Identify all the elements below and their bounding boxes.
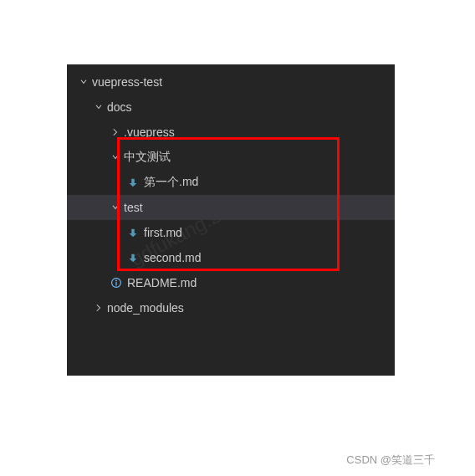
svg-rect-2 bbox=[115, 282, 116, 285]
file-label: README.md bbox=[127, 276, 197, 289]
folder-label: node_modules bbox=[107, 301, 184, 315]
chevron-down-icon bbox=[109, 152, 122, 162]
attribution-text: CSDN @笑道三千 bbox=[346, 453, 435, 468]
folder-label: 中文测试 bbox=[124, 150, 171, 165]
markdown-file-icon bbox=[125, 252, 140, 264]
file-label: second.md bbox=[144, 251, 201, 264]
tree-folder-vuepress[interactable]: .vuepress bbox=[67, 120, 395, 145]
tree-file-second[interactable]: second.md bbox=[67, 245, 395, 270]
tree-folder-test[interactable]: test bbox=[67, 195, 395, 220]
file-explorer: gdfukang.zh vuepress-test docs .vuepress… bbox=[67, 64, 395, 376]
info-file-icon bbox=[109, 277, 124, 289]
file-label: first.md bbox=[144, 226, 182, 239]
tree-folder-docs[interactable]: docs bbox=[67, 95, 395, 120]
folder-label: .vuepress bbox=[124, 125, 175, 139]
chevron-right-icon bbox=[109, 127, 122, 137]
file-label: 第一个.md bbox=[144, 175, 198, 190]
tree-file-first[interactable]: first.md bbox=[67, 220, 395, 245]
tree-folder-zh-test[interactable]: 中文测试 bbox=[67, 145, 395, 170]
folder-label: docs bbox=[107, 100, 132, 114]
chevron-down-icon bbox=[92, 102, 105, 112]
markdown-file-icon bbox=[125, 227, 140, 238]
chevron-down-icon bbox=[109, 202, 122, 212]
folder-label: vuepress-test bbox=[92, 75, 162, 89]
svg-point-1 bbox=[115, 280, 117, 282]
chevron-right-icon bbox=[92, 303, 105, 313]
tree-file-zh-first[interactable]: 第一个.md bbox=[67, 170, 395, 195]
tree-folder-node-modules[interactable]: node_modules bbox=[67, 295, 395, 320]
tree-folder-root[interactable]: vuepress-test bbox=[67, 69, 395, 95]
tree-file-readme[interactable]: README.md bbox=[67, 270, 395, 295]
chevron-down-icon bbox=[77, 77, 90, 87]
markdown-file-icon bbox=[125, 177, 140, 188]
folder-label: test bbox=[124, 201, 143, 214]
